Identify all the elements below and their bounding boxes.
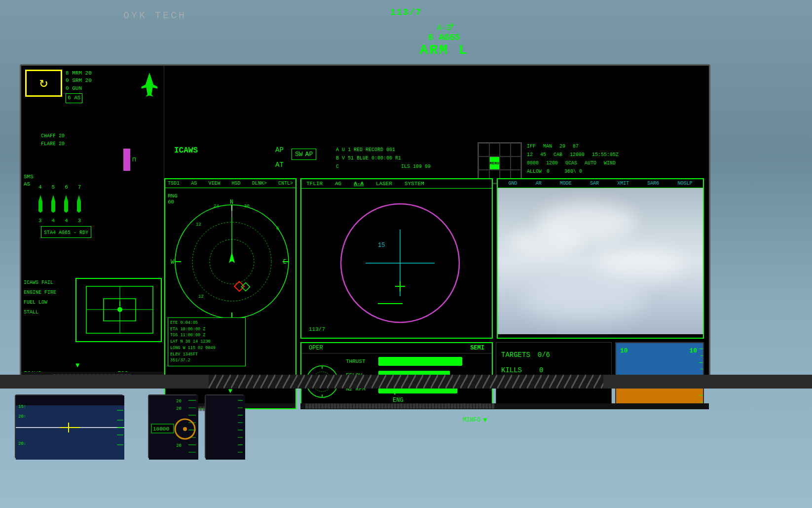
iff-r3: 0000: [527, 159, 539, 167]
as-sublabel: AS: [24, 179, 30, 188]
grid-cell-2: [489, 143, 500, 156]
wind-label: WIND: [604, 159, 616, 167]
sw-label: SW: [295, 151, 303, 158]
hsd-as-label: AS: [191, 181, 197, 186]
svg-text:6: 6: [276, 226, 279, 231]
pylon-label: 6 AS: [66, 93, 82, 103]
hsd-header: TSD1 AS VIEW HSD DLNK> CNTL>: [165, 179, 295, 188]
cab-val: 12000: [570, 151, 585, 159]
grid-cell-7: [500, 156, 511, 170]
hsd-radar-svg: N S W E 30 24 12 6 12: [168, 190, 295, 328]
iff-row1: IFF MAN 29 87: [527, 142, 619, 151]
sta-label-box: STA4 AG65 - RDY: [41, 226, 91, 238]
iff-label: IFF: [527, 142, 536, 151]
pylon-sub-4b: 4: [65, 218, 68, 224]
grid-cell-8: [511, 156, 521, 170]
hud-top-area: 113/7: [0, 7, 812, 17]
grid-cell-4: [511, 143, 521, 156]
iff-row2: 12 45 CAB 12000 15:55:05Z: [527, 151, 619, 159]
stall-alert: STALL: [24, 308, 56, 317]
sar-xmit-label: XMIT: [617, 181, 629, 186]
iff-r1: 12: [527, 151, 533, 159]
sar-mode-label: MODE: [560, 181, 572, 186]
sar-noslp-label: NOSLP: [677, 181, 692, 186]
svg-marker-4: [77, 195, 81, 213]
time-val: 15:55:05Z: [592, 151, 619, 159]
sar-ar-label: AR: [536, 181, 542, 186]
allow-label: ALLOW: [527, 167, 542, 176]
svg-rect-76: [206, 395, 245, 460]
iff-row3: 0000 1200 GCAS AUTO WIND: [527, 159, 619, 167]
sar-sar6-label: SAR6: [647, 181, 659, 186]
svg-text:15: 15: [378, 242, 385, 249]
svg-text:30: 30: [244, 204, 250, 209]
plane-silhouette: [135, 71, 164, 103]
cloud-4: [522, 277, 646, 321]
icaws-fail-alert: ICAWS FAIL: [24, 278, 56, 288]
icaws-alert-list: ICAWS FAIL ENGINE FIRE FUEL LOW STALL: [24, 278, 56, 317]
tflir-aa-label: A-A: [354, 181, 364, 187]
svg-text:E: E: [283, 259, 287, 266]
chaff-count: CHAFF 20: [41, 132, 65, 140]
targets-label: TARGETS: [501, 348, 530, 363]
man-label: MAN: [543, 142, 552, 151]
flare-count: FLARE 20: [41, 140, 65, 148]
tick-4: [701, 369, 703, 369]
hud-frequency: 113/7: [0, 7, 812, 17]
tflir-display-svg: 15 113/7: [304, 190, 491, 336]
tflir-system-label: SYSTEM: [405, 181, 424, 187]
icaws-main-label: ICAWS: [174, 146, 198, 155]
weapon-c-stat: 0 GUN: [66, 85, 92, 92]
bottom-small-gauge: [205, 394, 244, 459]
watermark-label: OYK TECH: [123, 10, 186, 21]
svg-text:20: 20: [176, 399, 182, 404]
cab-label: CAB: [554, 151, 562, 159]
iff-val1: 29: [559, 142, 565, 151]
hsd-cntl-label: CNTL>: [278, 181, 293, 186]
pylon-6: 6: [65, 184, 68, 190]
svg-text:N: N: [230, 199, 233, 206]
allow-val: 0: [547, 167, 550, 176]
fuel-low-alert: FUEL LOW: [24, 298, 56, 308]
icaws-alerts: ICAWS FAIL ENGINE FIRE FUEL LOW STALL: [24, 278, 56, 317]
gcas-label: GCAS: [565, 159, 577, 167]
svg-text:16000: 16000: [153, 426, 169, 432]
gauge-strip-svg: [209, 375, 603, 389]
thrust-label: THRUST: [346, 358, 374, 364]
svg-text:20↑: 20↑: [18, 414, 26, 419]
mfd-display: ↻ 8 MRM 20 0 SRM 20 0 GUN 6 AS ⊓ SMS AS …: [20, 64, 710, 380]
tflir-ag-label: AG: [335, 181, 341, 187]
semi-label: SEMI: [470, 345, 484, 352]
gauge-strip: [0, 375, 812, 389]
yellow-circle-instrument: [173, 417, 197, 441]
left-panel: ↻ 8 MRM 20 0 SRM 20 0 GUN 6 AS ⊓ SMS AS …: [21, 66, 164, 382]
sw-ap-box[interactable]: SW AP: [292, 149, 316, 160]
tflir-header: TFLIR AG A-A LASER SYSTEM: [301, 179, 492, 189]
eng-header: OPER SEMI: [301, 343, 492, 353]
tos-row: TOS 11:00:00 Z: [170, 332, 243, 339]
hud-arm-status: ARM L: [148, 42, 740, 58]
bottom-cockpit: 15↑ 20↑ 20↓ 20 20 20: [0, 375, 812, 508]
attitude-indicator-svg: 15↑ 20↑ 20↓: [16, 395, 124, 460]
c-row: C ILS 109 09: [336, 162, 431, 171]
gcas-val: AUTO: [585, 159, 596, 167]
tick-3: [699, 362, 703, 363]
svg-marker-0: [142, 73, 158, 97]
elev-row: ELEV 1345FT: [170, 352, 243, 358]
targets-row: TARGETS 0/6: [501, 348, 606, 363]
chaff-flare-display: CHAFF 20 FLARE 20: [41, 132, 65, 148]
sar-gnd-label: GND: [509, 181, 517, 186]
svg-text:20: 20: [176, 406, 182, 411]
iff-val2: 87: [573, 142, 579, 151]
ap2-label: AP: [305, 151, 313, 158]
iff-r2: 45: [540, 151, 546, 159]
svg-text:W: W: [171, 259, 175, 266]
weapon-a-stat: 8 MRM 20: [66, 70, 92, 77]
targets-value: 0/6: [538, 348, 550, 363]
ap-label: AP: [275, 146, 284, 154]
weapon-stats: 8 MRM 20 0 SRM 20 0 GUN 6 AS: [66, 70, 92, 103]
svg-marker-2: [51, 195, 55, 213]
pylon-sub-3b: 3: [78, 218, 81, 224]
b-row: B V 51 BLUE 0:00:00 R1: [336, 154, 431, 162]
eta-row: ETA 10:00:00 Z: [170, 326, 243, 333]
